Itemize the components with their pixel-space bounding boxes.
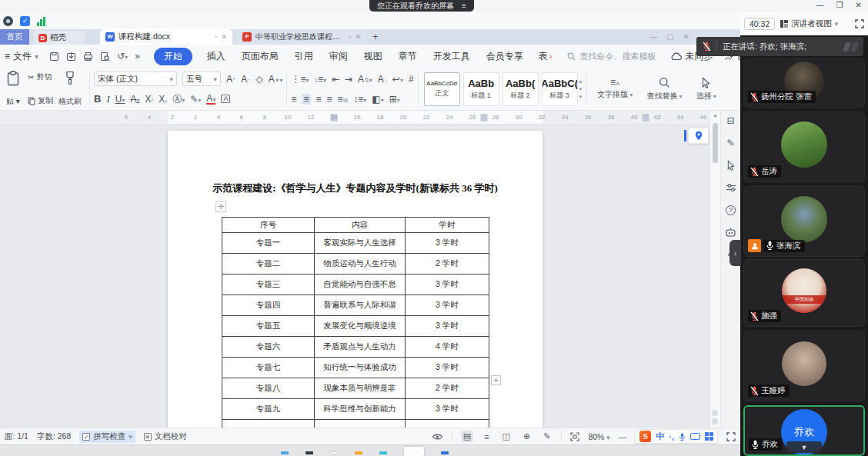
table-cell[interactable]: 专题三 <box>222 275 315 295</box>
table-cell[interactable]: 3 学时 <box>406 358 489 378</box>
panel-fullscreen-button[interactable] <box>855 19 864 28</box>
style-card-2[interactable]: AaBb标题 1 <box>463 72 499 106</box>
vertical-scrollbar[interactable]: ▲ <box>710 111 720 428</box>
stats-bars-icon[interactable] <box>37 16 47 26</box>
page-view-icon[interactable]: ▤ <box>461 431 473 442</box>
table-cell[interactable]: 专题五 <box>222 316 315 337</box>
style-card-4[interactable]: AaBbC(标题 3 <box>542 72 578 106</box>
taskbar-app-icon[interactable] <box>330 451 338 454</box>
table-cell[interactable]: 专题七 <box>222 358 315 378</box>
table-cell[interactable]: 客观实际与人生选择 <box>315 233 406 254</box>
bullet-list-icon[interactable]: ⋮≡▾ <box>291 75 309 84</box>
ime-toolbox-icon[interactable] <box>705 432 713 441</box>
menu-tab-开发工具[interactable]: 开发工具 <box>432 48 472 65</box>
pin-tab-icon[interactable]: ▫ <box>349 33 351 41</box>
highlight-color-icon[interactable]: ✎▾ <box>190 95 201 104</box>
superscript-button[interactable]: X² <box>145 95 153 104</box>
increase-font-icon[interactable]: A⁺ <box>226 75 235 84</box>
taskbar-app-icon[interactable] <box>305 451 313 454</box>
menu-tab-开始[interactable]: 开始 <box>154 48 192 65</box>
table-cell[interactable]: 知行统一与体验成功 <box>315 358 406 378</box>
taskbar-app-icon[interactable] <box>379 451 387 454</box>
annotate-pen-icon[interactable]: ✎ <box>725 137 737 149</box>
paste-button[interactable]: 贴 ▾ <box>0 70 26 108</box>
table-header-cell[interactable]: 学时 <box>406 218 489 233</box>
ime-language-toggle[interactable]: 中 <box>656 431 664 442</box>
course-hours-table[interactable]: 序号内容学时专题一客观实际与人生选择3 学时专题二物质运动与人生行动2 学时专题… <box>222 217 489 428</box>
style-gallery-scroll[interactable]: ▴▾▾ <box>579 70 583 108</box>
assistant-robot-icon[interactable] <box>725 226 737 238</box>
clear-format-icon[interactable]: ◇ <box>256 75 263 84</box>
scroll-participants-chevron[interactable]: ▼ <box>786 441 822 453</box>
menu-tab-章节[interactable]: 章节 <box>397 48 419 65</box>
eye-protect-icon[interactable] <box>432 433 443 441</box>
table-cell[interactable]: 专题九 <box>222 399 315 420</box>
table-tools-context[interactable]: 表› <box>539 50 553 63</box>
print-icon[interactable] <box>83 52 93 62</box>
wrap-icon[interactable]: ↩▾ <box>392 75 403 84</box>
taskbar-app-icon[interactable] <box>281 451 289 454</box>
spell-check-toggle[interactable]: ✓ 拼写检查 ▾ <box>79 431 135 443</box>
pointer-tool-icon[interactable] <box>725 159 737 171</box>
table-move-handle[interactable]: ✛ <box>215 201 226 212</box>
italic-button[interactable]: I <box>106 94 109 104</box>
zoom-level[interactable]: 80% ▾ <box>588 432 609 441</box>
text-layout-button[interactable]: ≡A 文字排版 <box>590 70 639 108</box>
character-border-icon[interactable]: A <box>221 95 230 103</box>
find-replace-button[interactable]: 查找替换 <box>639 70 689 108</box>
menu-tab-插入[interactable]: 插入 <box>205 48 227 65</box>
format-painter-button[interactable]: 格式刷 <box>55 70 85 108</box>
outline-view-icon[interactable]: ≡ <box>482 431 491 442</box>
print-preview-icon[interactable] <box>100 52 110 62</box>
table-cell[interactable]: 自觉能动与自强不息 <box>315 275 406 295</box>
table-cell[interactable]: 3 学时 <box>406 295 489 316</box>
menu-tab-会员专享[interactable]: 会员专享 <box>485 48 525 65</box>
align-right-icon[interactable]: ≡ <box>316 95 322 104</box>
select-button[interactable]: 选择 <box>689 70 723 108</box>
close-tab-icon[interactable]: ✕ <box>221 33 227 41</box>
align-distribute-icon[interactable]: ≡⊞ <box>338 95 349 104</box>
word-count[interactable]: 字数: 268 <box>37 431 71 442</box>
increase-indent-icon[interactable]: ⇥ <box>345 75 352 84</box>
restore-button[interactable]: ❒ <box>836 1 843 9</box>
participant-tile-5[interactable]: 王娅婷 <box>743 331 865 401</box>
table-cell[interactable] <box>222 420 315 428</box>
horizontal-ruler[interactable]: 6422468101214161820222426283032343638404… <box>0 111 740 125</box>
taskbar-active-app[interactable] <box>404 447 424 456</box>
minimize-button[interactable]: — <box>816 1 824 9</box>
self-mic-muted-icon[interactable] <box>703 42 711 52</box>
phonetic-guide-icon[interactable]: Ⓐ▾ <box>172 95 185 104</box>
scroll-up-icon[interactable]: ▲ <box>710 112 720 118</box>
settings-sliders-icon[interactable] <box>725 181 737 194</box>
pin-tab-icon[interactable]: ▫ <box>215 33 217 41</box>
table-cell[interactable]: 2 学时 <box>406 378 489 399</box>
ruler-toggle-icon[interactable]: # <box>409 75 414 84</box>
ime-punctuation-toggle[interactable]: ·, <box>669 432 674 441</box>
table-cell[interactable]: 科学思维与创新能力 <box>315 399 406 420</box>
ime-keyboard-icon[interactable] <box>690 433 700 440</box>
tab-document-active[interactable]: W 课程构建.docx ▫ ✕ <box>100 29 232 45</box>
borders-icon[interactable]: ⊞▾ <box>389 95 400 104</box>
fit-page-icon[interactable] <box>570 432 579 441</box>
menu-tab-视图[interactable]: 视图 <box>362 48 384 65</box>
new-tab-button[interactable]: + <box>372 31 379 42</box>
table-cell[interactable] <box>406 420 489 428</box>
underline-button[interactable]: U▾ <box>115 95 125 104</box>
undo-icon[interactable]: ↺▾ <box>117 52 128 61</box>
table-cell[interactable]: 3 学时 <box>406 399 489 420</box>
page-nav-buttons[interactable] <box>712 410 718 424</box>
table-cell[interactable]: 3 学时 <box>406 275 489 295</box>
ink-edit-icon[interactable]: ✎ <box>541 431 553 442</box>
align-left-icon[interactable]: ≡ <box>291 95 296 104</box>
style-card-3[interactable]: AaBb(标题 2 <box>502 72 539 106</box>
ruler-table-marker[interactable] <box>481 114 488 121</box>
table-cell[interactable]: 4 学时 <box>406 337 489 358</box>
strikethrough-button[interactable]: A▾ <box>130 95 139 104</box>
sogou-logo-icon[interactable]: S <box>639 431 651 442</box>
table-cell[interactable]: 现象本质与明辨是非 <box>315 378 406 399</box>
table-cell[interactable]: 专题一 <box>222 233 315 254</box>
read-layout-icon[interactable]: ◫ <box>500 431 512 442</box>
decrease-font-icon[interactable]: A⁻ <box>241 75 250 84</box>
page-setup-icon[interactable]: ⊟ <box>725 115 737 127</box>
document-canvas[interactable]: 示范课程建设:《哲学与人生》专题内容及学时(新课标共 36 学时) ✛ 序号内容… <box>0 125 710 428</box>
